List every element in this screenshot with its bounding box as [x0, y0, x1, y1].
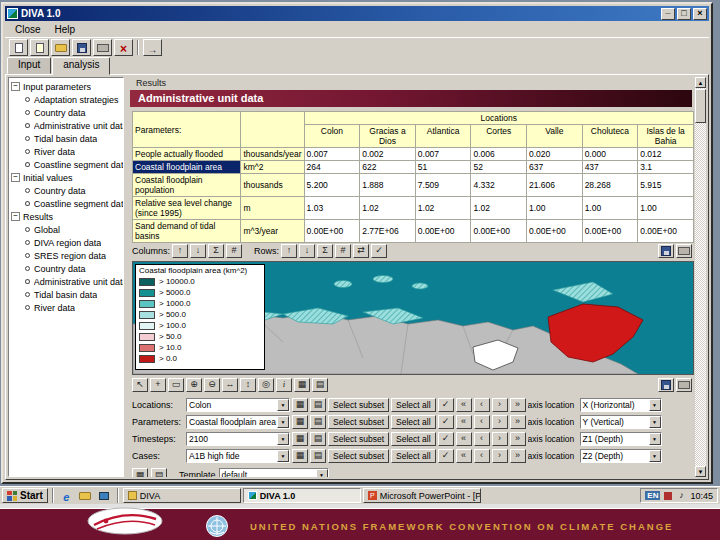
- location-column-header[interactable]: Islas de la Bahia: [638, 125, 694, 148]
- value-cell[interactable]: 0.012: [638, 148, 694, 161]
- value-cell[interactable]: 0.00E+00: [527, 220, 583, 243]
- value-cell[interactable]: 1.02: [360, 197, 416, 220]
- value-cell[interactable]: 637: [527, 161, 583, 174]
- first-button[interactable]: [456, 398, 472, 412]
- tree-section-input-parameters[interactable]: Input parameters: [11, 80, 123, 93]
- zoom-extent-button[interactable]: [222, 378, 238, 392]
- value-cell[interactable]: 1.03: [304, 197, 360, 220]
- select-subset-button[interactable]: Select subset: [328, 415, 389, 429]
- print-button[interactable]: [93, 39, 112, 56]
- value-cell[interactable]: 0.006: [471, 148, 527, 161]
- timesteps-combo[interactable]: 2100: [186, 432, 290, 446]
- tree-item-coastline-segment-data[interactable]: Coastline segment data: [11, 158, 123, 171]
- sort-rows-descending-button[interactable]: [299, 244, 315, 258]
- value-cell[interactable]: 0.020: [527, 148, 583, 161]
- value-cell[interactable]: 7.509: [415, 174, 471, 197]
- value-cell[interactable]: 1.888: [360, 174, 416, 197]
- tree-section-results[interactable]: Results: [11, 210, 123, 223]
- tree-item-river-data[interactable]: River data: [11, 145, 123, 158]
- tree-item-tidal-basin-data[interactable]: Tidal basin data: [11, 132, 123, 145]
- tree-item-river-data-results[interactable]: River data: [11, 301, 123, 314]
- value-cell[interactable]: 5.200: [304, 174, 360, 197]
- zoom-out-button[interactable]: [204, 378, 220, 392]
- task-powerpoint[interactable]: Microsoft PowerPoint - [Prin...: [363, 488, 481, 503]
- tree-section-initial-values[interactable]: Initial values: [11, 171, 123, 184]
- tray-status-icon[interactable]: [664, 492, 672, 500]
- start-button[interactable]: Start: [2, 488, 48, 503]
- value-cell[interactable]: 2.77E+06: [360, 220, 416, 243]
- grid-view-button[interactable]: [292, 449, 308, 463]
- sum-columns-button[interactable]: [208, 244, 224, 258]
- new-case-button[interactable]: [30, 39, 49, 56]
- axis-combo-locations[interactable]: X (Horizontal): [580, 398, 662, 412]
- apply-button[interactable]: [371, 244, 387, 258]
- parameter-cell[interactable]: Relative sea level change (since 1995): [133, 197, 241, 220]
- grid-view-button[interactable]: [292, 398, 308, 412]
- next-button[interactable]: [492, 398, 508, 412]
- next-button[interactable]: [492, 415, 508, 429]
- list-view-button[interactable]: [310, 415, 326, 429]
- value-cell[interactable]: 622: [360, 161, 416, 174]
- cases-combo[interactable]: A1B high fide: [186, 449, 290, 463]
- previous-button[interactable]: [474, 398, 490, 412]
- axis-combo-timesteps[interactable]: Z1 (Depth): [580, 432, 662, 446]
- vertical-scrollbar[interactable]: ▲ ▼: [695, 77, 706, 477]
- parameter-cell[interactable]: People actually flooded: [133, 148, 241, 161]
- grid-view-button[interactable]: [292, 432, 308, 446]
- task-diva-folder[interactable]: DIVA: [123, 488, 241, 503]
- scroll-up-icon[interactable]: ▲: [695, 77, 706, 88]
- print-map-button[interactable]: [676, 378, 692, 392]
- location-column-header[interactable]: Colon: [304, 125, 360, 148]
- next-button[interactable]: [492, 432, 508, 446]
- location-column-header[interactable]: Atlantica: [415, 125, 471, 148]
- save-button[interactable]: [72, 39, 91, 56]
- export-button[interactable]: [143, 39, 162, 56]
- value-cell[interactable]: 1.00: [638, 197, 694, 220]
- previous-button[interactable]: [474, 449, 490, 463]
- info-button[interactable]: [276, 378, 292, 392]
- grid-toggle-button[interactable]: [294, 378, 310, 392]
- tree-item-admin-unit-data-results[interactable]: Administrative unit data: [11, 275, 123, 288]
- map-view[interactable]: Coastal floodplain area (km^2) > 10000.0…: [132, 261, 694, 375]
- tree-item-admin-unit-data[interactable]: Administrative unit data: [11, 119, 123, 132]
- tab-input[interactable]: Input: [7, 57, 51, 74]
- crosshair-button[interactable]: [150, 378, 166, 392]
- language-indicator[interactable]: EN: [645, 491, 660, 500]
- location-column-header[interactable]: Choluteca: [582, 125, 638, 148]
- location-column-header[interactable]: Cortes: [471, 125, 527, 148]
- value-cell[interactable]: 0.00E+00: [471, 220, 527, 243]
- location-column-header[interactable]: Valle: [527, 125, 583, 148]
- zoom-window-button[interactable]: [168, 378, 184, 392]
- layers-button[interactable]: [312, 378, 328, 392]
- tree-item-coastline-segment-data[interactable]: Coastline segment data: [11, 197, 123, 210]
- last-button[interactable]: [510, 432, 526, 446]
- view-grid-button[interactable]: [132, 468, 148, 477]
- select-cursor-button[interactable]: [132, 378, 148, 392]
- sort-ascending-button[interactable]: [172, 244, 188, 258]
- collapse-icon[interactable]: [11, 82, 20, 91]
- list-view-button[interactable]: [310, 432, 326, 446]
- axis-combo-parameters[interactable]: Y (Vertical): [580, 415, 662, 429]
- previous-button[interactable]: [474, 432, 490, 446]
- value-cell[interactable]: 21.606: [527, 174, 583, 197]
- value-cell[interactable]: 52: [471, 161, 527, 174]
- value-cell[interactable]: 1.02: [415, 197, 471, 220]
- value-cell[interactable]: 437: [582, 161, 638, 174]
- tree-item-country-data-results[interactable]: Country data: [11, 262, 123, 275]
- format-columns-button[interactable]: [226, 244, 242, 258]
- apply-selection-button[interactable]: [438, 398, 454, 412]
- map-island[interactable]: [412, 283, 428, 289]
- apply-selection-button[interactable]: [438, 415, 454, 429]
- quicklaunch-browser-button[interactable]: [58, 488, 75, 503]
- transpose-button[interactable]: [353, 244, 369, 258]
- select-all-button[interactable]: Select all: [391, 432, 436, 446]
- value-cell[interactable]: 0.000: [582, 148, 638, 161]
- new-file-button[interactable]: [9, 39, 28, 56]
- sort-rows-ascending-button[interactable]: [281, 244, 297, 258]
- format-rows-button[interactable]: [335, 244, 351, 258]
- tree-item-diva-region-data[interactable]: DIVA region data: [11, 236, 123, 249]
- value-cell[interactable]: 5.915: [638, 174, 694, 197]
- value-cell[interactable]: 0.00E+00: [638, 220, 694, 243]
- list-view-button[interactable]: [310, 398, 326, 412]
- close-button[interactable]: [693, 8, 707, 20]
